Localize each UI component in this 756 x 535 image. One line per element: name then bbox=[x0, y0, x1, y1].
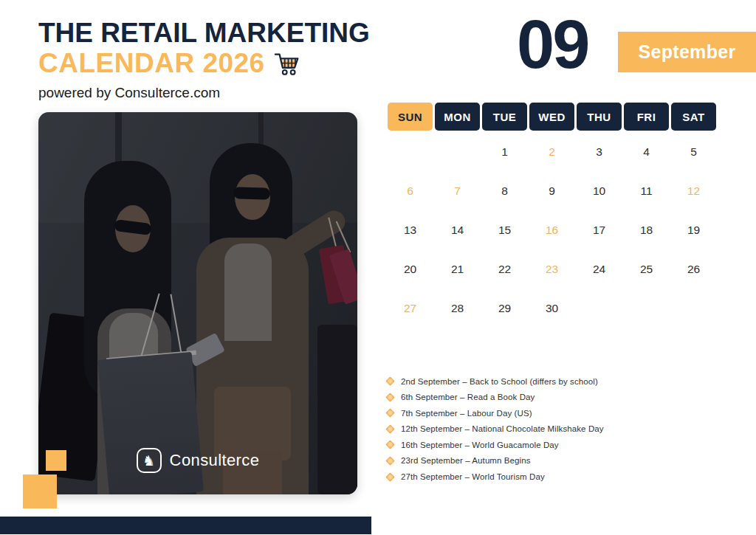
diamond-bullet-icon bbox=[385, 441, 395, 450]
page-title-line2: CALENDAR 2026 bbox=[38, 49, 265, 78]
date-9[interactable]: 9 bbox=[529, 171, 574, 210]
date-6[interactable]: 6 bbox=[388, 171, 433, 210]
day-header-fri: FRI bbox=[624, 103, 669, 131]
event-item: 12th September – National Chocolate Milk… bbox=[387, 424, 697, 434]
diamond-bullet-icon bbox=[385, 393, 395, 402]
date-28[interactable]: 28 bbox=[435, 289, 480, 328]
date-26[interactable]: 26 bbox=[671, 249, 716, 289]
page-title-line1: THE RETAIL MARKETING bbox=[38, 18, 370, 49]
date-27[interactable]: 27 bbox=[388, 289, 433, 328]
date-15[interactable]: 15 bbox=[482, 210, 527, 249]
logo-brand-text: Consulterce bbox=[170, 451, 260, 470]
date-29[interactable]: 29 bbox=[482, 289, 527, 328]
event-text: 16th September – World Guacamole Day bbox=[401, 441, 559, 449]
decor-square-large bbox=[23, 474, 57, 508]
date-22[interactable]: 22 bbox=[482, 249, 527, 289]
page-title-line2-row: CALENDAR 2026 bbox=[38, 49, 370, 78]
date-empty bbox=[671, 289, 716, 328]
date-23[interactable]: 23 bbox=[529, 249, 574, 289]
event-text: 12th September – National Chocolate Milk… bbox=[401, 424, 604, 433]
date-7[interactable]: 7 bbox=[435, 171, 480, 210]
event-text: 27th September – World Tourism Day bbox=[401, 472, 545, 481]
date-2[interactable]: 2 bbox=[529, 132, 574, 171]
event-item: 16th September – World Guacamole Day bbox=[387, 440, 697, 449]
date-empty bbox=[388, 132, 433, 171]
date-4[interactable]: 4 bbox=[624, 132, 669, 171]
day-header-wed: WED bbox=[529, 103, 574, 131]
event-item: 2nd September – Back to School (differs … bbox=[387, 376, 697, 386]
day-header-thu: THU bbox=[577, 103, 622, 131]
date-20[interactable]: 20 bbox=[388, 249, 433, 289]
event-text: 6th September – Read a Book Day bbox=[401, 393, 535, 401]
day-header-sat: SAT bbox=[671, 103, 716, 131]
bottom-accent-bar bbox=[0, 517, 371, 534]
date-25[interactable]: 25 bbox=[624, 249, 669, 289]
diamond-bullet-icon bbox=[385, 456, 395, 466]
shopping-cart-icon bbox=[274, 52, 302, 77]
day-header-mon: MON bbox=[435, 103, 480, 131]
day-header-sun: SUN bbox=[388, 103, 433, 131]
event-item: 23rd September – Autumn Begins bbox=[387, 456, 697, 466]
day-header-tue: TUE bbox=[482, 103, 527, 131]
retail-marketing-calendar-page: THE RETAIL MARKETING CALENDAR 2026 power… bbox=[0, 0, 756, 535]
date-5[interactable]: 5 bbox=[671, 132, 716, 171]
date-17[interactable]: 17 bbox=[577, 210, 622, 249]
date-21[interactable]: 21 bbox=[435, 249, 480, 289]
consulterce-logo: ♞ Consulterce bbox=[38, 446, 357, 475]
date-10[interactable]: 10 bbox=[577, 171, 622, 210]
date-empty bbox=[577, 289, 622, 328]
chess-knight-icon: ♞ bbox=[137, 448, 162, 473]
photo-dark-overlay bbox=[38, 112, 357, 494]
event-item: 7th September – Labour Day (US) bbox=[387, 408, 697, 418]
date-3[interactable]: 3 bbox=[577, 132, 622, 171]
month-badge: September bbox=[618, 32, 756, 72]
date-18[interactable]: 18 bbox=[624, 210, 669, 249]
date-empty bbox=[435, 132, 480, 171]
date-11[interactable]: 11 bbox=[624, 171, 669, 210]
date-16[interactable]: 16 bbox=[529, 210, 574, 249]
diamond-bullet-icon bbox=[385, 408, 395, 418]
month-number: 09 bbox=[517, 10, 588, 78]
event-item: 6th September – Read a Book Day bbox=[387, 393, 697, 402]
title-block: THE RETAIL MARKETING CALENDAR 2026 power… bbox=[38, 18, 370, 101]
event-text: 23rd September – Autumn Begins bbox=[401, 456, 531, 465]
event-text: 2nd September – Back to School (differs … bbox=[401, 377, 598, 386]
diamond-bullet-icon bbox=[385, 424, 395, 434]
diamond-bullet-icon bbox=[385, 472, 395, 482]
powered-by-text: powered by Consulterce.com bbox=[38, 85, 370, 101]
date-13[interactable]: 13 bbox=[388, 210, 433, 249]
knight-glyph: ♞ bbox=[142, 454, 155, 468]
date-8[interactable]: 8 bbox=[482, 171, 527, 210]
date-24[interactable]: 24 bbox=[577, 249, 622, 289]
date-30[interactable]: 30 bbox=[529, 289, 574, 328]
dates-grid: 1234567891011121314151617181920212223242… bbox=[388, 132, 716, 328]
date-1[interactable]: 1 bbox=[482, 132, 527, 171]
date-12[interactable]: 12 bbox=[671, 171, 716, 210]
decor-square-small bbox=[46, 450, 66, 471]
hero-photo: ♞ Consulterce bbox=[38, 112, 357, 494]
date-14[interactable]: 14 bbox=[435, 210, 480, 249]
day-header-row: SUNMONTUEWEDTHUFRISAT bbox=[388, 103, 716, 131]
event-item: 27th September – World Tourism Day bbox=[387, 472, 697, 482]
date-19[interactable]: 19 bbox=[671, 210, 716, 249]
event-text: 7th September – Labour Day (US) bbox=[401, 409, 532, 418]
diamond-bullet-icon bbox=[385, 376, 395, 386]
date-empty bbox=[624, 289, 669, 328]
events-list: 2nd September – Back to School (differs … bbox=[387, 376, 697, 488]
